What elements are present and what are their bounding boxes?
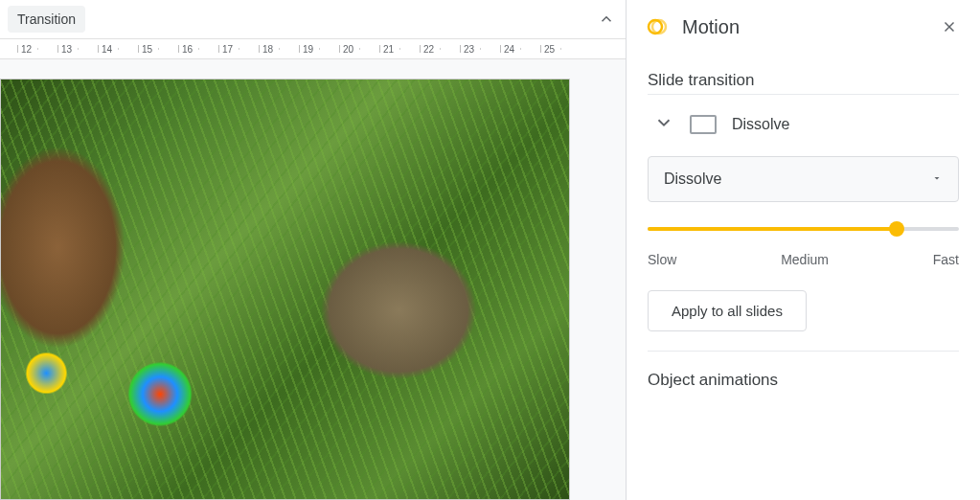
- ruler-tick: 19: [299, 39, 313, 58]
- ruler-tick: 18: [259, 39, 273, 58]
- collapse-toolbar-caret[interactable]: [595, 8, 618, 31]
- ruler-tick: 14: [98, 39, 112, 58]
- speed-label-slow: Slow: [648, 252, 676, 267]
- ruler-tick: 17: [218, 39, 233, 58]
- slide-canvas[interactable]: [0, 59, 626, 500]
- ruler-tick: 21: [379, 39, 394, 58]
- ruler-tick: 15: [138, 39, 152, 58]
- slider-thumb[interactable]: [889, 221, 904, 237]
- dropdown-caret-icon: [931, 170, 943, 188]
- transition-button[interactable]: Transition: [8, 6, 85, 33]
- dropdown-selected-value: Dissolve: [664, 170, 721, 188]
- close-panel-button[interactable]: [938, 15, 961, 38]
- motion-panel: Motion Slide transition Dissolve Dissolv…: [626, 0, 980, 500]
- speed-label-medium: Medium: [781, 252, 829, 267]
- ruler-tick: 24: [500, 39, 514, 58]
- chevron-down-icon: [653, 112, 674, 133]
- ruler-tick: 25: [540, 39, 555, 58]
- ruler-tick: 12: [17, 39, 32, 58]
- panel-title: Motion: [682, 16, 924, 38]
- object-animations-heading: Object animations: [648, 371, 959, 390]
- collapse-transition-button[interactable]: [653, 112, 674, 137]
- ruler-tick: 23: [460, 39, 474, 58]
- slide-content-image: [0, 79, 570, 500]
- transition-type-dropdown[interactable]: Dissolve: [648, 156, 959, 202]
- current-transition-label: Dissolve: [732, 116, 789, 133]
- horizontal-ruler: 1213141516171819202122232425: [0, 38, 626, 59]
- ruler-tick: 22: [420, 39, 434, 58]
- ruler-tick: 16: [178, 39, 193, 58]
- ruler-tick: 13: [57, 39, 72, 58]
- motion-icon: [646, 15, 669, 38]
- apply-to-all-button[interactable]: Apply to all slides: [648, 290, 807, 331]
- speed-label-fast: Fast: [933, 252, 959, 267]
- chevron-up-icon: [598, 11, 615, 28]
- slide-thumb-icon: [690, 115, 717, 134]
- close-icon: [941, 18, 958, 35]
- ruler-tick: 20: [339, 39, 353, 58]
- slide-transition-heading: Slide transition: [648, 71, 959, 90]
- speed-slider[interactable]: Slow Medium Fast: [648, 227, 959, 267]
